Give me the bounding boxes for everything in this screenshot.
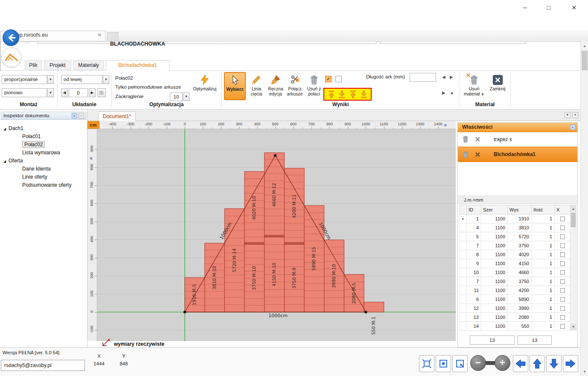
sheet-row[interactable]: 4110038101 (460, 223, 571, 232)
scroll-thumb[interactable] (571, 213, 576, 227)
tabstrip-dropdown-icon[interactable]: ▼ (565, 112, 571, 118)
zoom-in-button[interactable]: + (495, 355, 510, 371)
remove-x-icon[interactable] (473, 136, 482, 143)
scroll-up-icon[interactable]: ▲ (581, 42, 588, 49)
optimize-button[interactable]: Optymalizuj (189, 72, 221, 100)
pan-up-button[interactable] (530, 355, 545, 372)
tree-item-lista-wymiarowa[interactable]: Lista wymiarowa (0, 149, 87, 157)
row-checkbox[interactable] (560, 306, 565, 311)
material-row-blachodachowka[interactable]: Blchodachówka1 (458, 147, 577, 162)
table-scrollbar[interactable]: ▲ ▼ (570, 205, 576, 330)
mount-mode-dropdown-icon[interactable]: ▼ (47, 75, 54, 84)
row-checkbox[interactable] (560, 217, 565, 221)
ribbon-tab-materialy[interactable]: Materiały (73, 60, 104, 70)
minimize-button[interactable]: ─ (515, 2, 534, 14)
manual-edit-button[interactable]: Ręczna edycja (266, 72, 285, 100)
sheet-row[interactable]: 8110040201 (460, 250, 571, 259)
zoom-out-button[interactable]: − (470, 355, 486, 371)
layout-direction-dropdown-icon[interactable]: ▼ (103, 75, 109, 84)
ribbon-tab-blachodachowka[interactable]: Blchodachówka1 (106, 60, 169, 71)
row-checkbox[interactable] (560, 315, 565, 320)
row-checkbox[interactable] (560, 243, 565, 248)
pan-right-button[interactable] (563, 355, 578, 372)
pan-left-button[interactable] (513, 355, 528, 372)
tree-expanded-icon[interactable]: ◢ (3, 125, 9, 133)
row-checkbox[interactable] (560, 252, 565, 257)
sheet-row[interactable]: 9110041501 (460, 259, 571, 268)
design-canvas[interactable]: 1910 M:53810 M:105720 M:143750 M:104020 … (97, 129, 456, 341)
layout-direction-select[interactable]: od lewej (61, 75, 102, 84)
sheet-row[interactable]: 6110058901 (460, 295, 571, 304)
rounding-dropdown-icon[interactable]: ▼ (183, 93, 189, 101)
sheet-row[interactable]: ▸1110019101 (460, 214, 571, 223)
new-tab-button[interactable] (107, 32, 119, 41)
roof-panel-segment[interactable] (364, 302, 384, 312)
tree-item-połać02[interactable]: Połać02 (0, 141, 87, 149)
tree-item-dane-klienta[interactable]: Dane klienta (0, 165, 87, 173)
arrow-down-bar-icon[interactable] (338, 90, 346, 98)
row-checkbox[interactable] (560, 297, 565, 302)
row-checkbox[interactable] (560, 324, 565, 329)
scroll-down-icon[interactable]: ▼ (581, 368, 588, 375)
row-checkbox[interactable] (560, 226, 565, 230)
close-material-button[interactable]: Zamknij (487, 72, 508, 100)
select-tool-button[interactable]: Wybierz (224, 72, 246, 100)
nudge-right-icon[interactable]: ▶ (450, 75, 453, 79)
cut-line-button[interactable]: Linia cięcia (247, 72, 266, 100)
offset-increase-button[interactable]: ▶ (89, 88, 96, 97)
scroll-thumb[interactable] (582, 51, 588, 70)
tabstrip-close-icon[interactable]: ✕ (572, 112, 578, 118)
document-tab[interactable]: Document1* (98, 111, 136, 121)
table-footer-count-left[interactable] (470, 336, 515, 345)
nudge-forward-icon[interactable]: ▶ (442, 90, 445, 95)
material-row-trapez[interactable]: trapez x (458, 133, 577, 146)
full-modules-option-label[interactable]: Tylko pełnomodułowe arkusze (115, 84, 181, 90)
rounding-input[interactable] (170, 93, 183, 101)
ribbon-tab-projekt[interactable]: Projekt (44, 60, 71, 70)
tree-item-linie-oferty[interactable]: Linie oferty (0, 173, 87, 181)
arrow-down-bar-icon[interactable] (360, 90, 368, 98)
row-checkbox[interactable] (560, 270, 565, 275)
arrow-up-bar-icon[interactable] (327, 90, 335, 98)
remove-material-button[interactable]: Usuń materiał ▼ (462, 72, 486, 100)
distribute-bars-icon[interactable]: ||| (97, 88, 106, 97)
results-checkbox-unchecked[interactable] (335, 76, 342, 82)
sheet-row[interactable]: 7110037501 (460, 277, 571, 286)
tree-item-podsumowanie-oferty[interactable]: Podsumowanie oferty (0, 181, 87, 189)
table-footer-count-right[interactable] (518, 336, 552, 345)
zoom-extents-button[interactable] (419, 355, 434, 372)
sheet-row[interactable]: 12110039901 (460, 304, 571, 313)
tab-close-icon[interactable]: ✕ (97, 32, 102, 38)
inspector-collapse-button[interactable]: − (79, 113, 84, 119)
row-checkbox[interactable] (560, 261, 565, 266)
sheet-row[interactable]: 10110046601 (460, 268, 571, 277)
sheet-row[interactable]: 5110057201 (460, 232, 571, 241)
inspector-pin-button[interactable]: ▪ (72, 113, 77, 119)
offset-decrease-button[interactable]: ◀ (61, 88, 68, 97)
sheet-row[interactable]: 13110020801 (460, 313, 571, 322)
nudge-up-icon[interactable]: ▲ (450, 90, 454, 95)
remove-from-slope-button[interactable]: Usuń z połaci (305, 72, 323, 100)
close-button[interactable]: ✕ (565, 2, 583, 14)
pan-down-button[interactable] (546, 355, 562, 372)
zoom-selection-button[interactable] (452, 355, 468, 372)
sheet-row[interactable]: 1411005501 (460, 322, 571, 331)
zoom-window-button[interactable] (436, 355, 451, 372)
scroll-down-icon[interactable]: ▼ (571, 324, 576, 330)
tree-expanded-icon[interactable]: ◢ (3, 157, 9, 165)
ribbon-tab-plik[interactable]: Plik (25, 60, 42, 70)
tree-item-dach1[interactable]: ◢Dach1 (0, 124, 87, 133)
results-checkbox-checked[interactable]: ✓ (325, 76, 332, 82)
sheet-row[interactable]: 11110042001 (460, 286, 571, 295)
trash-icon[interactable] (461, 136, 470, 143)
sheet-row[interactable]: 7110037501 (460, 241, 571, 250)
window-scrollbar[interactable]: ▲ ▼ (580, 41, 588, 376)
remove-x-icon[interactable] (473, 150, 482, 158)
scroll-up-icon[interactable]: ▲ (571, 205, 576, 212)
sheet-length-input[interactable] (410, 73, 436, 82)
mount-orientation-dropdown-icon[interactable]: ▼ (47, 88, 54, 97)
row-checkbox[interactable] (560, 234, 565, 239)
nudge-left-icon[interactable]: ◀ (442, 75, 445, 79)
offset-input[interactable] (69, 88, 88, 97)
arrow-up-bar-icon[interactable] (349, 90, 357, 98)
